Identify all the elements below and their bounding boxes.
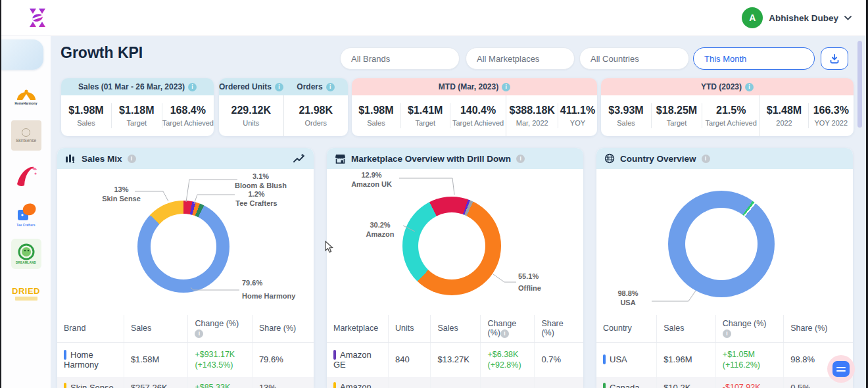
marketplace-card: Marketplace Overview with Drill Down i 1… [327,148,583,388]
download-icon [829,53,840,64]
marketplace-table: Marketplace Units Sales Change (%)i Shar… [327,315,583,388]
sidebar-brand-home-harmony[interactable]: HomeHarmony [9,79,43,113]
kpi-card-mtd: MTD (Mar, 2023) i $1.98MSales $1.41MTarg… [352,78,597,136]
kpi-card-units-orders: Ordered Units i Orders i 229.12KUnits 21… [219,78,348,136]
avatar: A [742,7,763,28]
info-icon[interactable]: i [502,83,510,91]
period-filter[interactable]: This Month [693,47,815,70]
kpi-card-ytd: YTD (2023) i $3.93MSales $18.25MTarget 2… [601,78,854,136]
sales-mix-donut[interactable] [137,201,229,293]
info-icon[interactable]: i [516,155,525,163]
table-row[interactable]: Canada $10.2K -$107.92K 0.5% [596,377,853,388]
sidebar-brand-skin-sense[interactable]: SkinSense [9,118,43,153]
app-logo-icon[interactable] [26,7,49,29]
sidebar-active-item[interactable] [1,39,43,70]
metric-target-achieved: 168.4%Target Achieved [162,105,214,127]
marketplace-title: Marketplace Overview with Drill Down [351,154,511,164]
user-name: Abhishek Dubey [769,13,838,23]
sidebar-brand-bloom-blush[interactable] [9,158,43,192]
info-icon[interactable]: i [275,83,283,91]
table-header-row: Brand Sales Change (%) i Share (%) [57,315,314,342]
sidebar-brand-tee-crafters[interactable]: Tee Crafters [9,197,43,231]
callout-offline: 55.1%Offline [518,272,541,293]
info-icon[interactable]: i [723,329,731,338]
kpi-mtd-title: MTD (Mar, 2023) [439,82,498,91]
info-icon[interactable]: i [702,155,710,163]
chat-icon [832,361,850,377]
callout-amazon-uk: 12.9%Amazon UK [345,170,398,189]
country-table: Country Sales Change (%) i Share (%) USA… [596,315,853,388]
table-row[interactable]: Amazon GE 840 $13.27K +$6.38K(+92.8%) 0.… [327,342,583,377]
brand-sidebar: HomeHarmony SkinSense Tee Crafters [1,36,51,388]
metric-sales: $1.98MSales [61,105,111,127]
country-title: Country Overview [620,154,696,164]
callout-bloom-blush: 3.1%Bloom & Blush [229,172,292,190]
table-row[interactable]: USA $1.96M +$1.05M(+116.2%) 98.8% [596,342,853,377]
info-icon[interactable]: i [188,83,197,91]
globe-icon [604,153,615,164]
sidebar-brand-dried[interactable]: DRIED [9,276,43,310]
info-icon[interactable]: i [128,155,136,163]
marketplace-donut[interactable] [402,197,501,295]
sidebar-brand-dreamland[interactable]: DREAMLAND [9,237,43,271]
callout-tee-crafters: 1.2%Tee Crafters [227,189,286,208]
brand-table: Brand Sales Change (%) i Share (%) Home … [57,315,314,388]
callout-amazon: 30.2%Amazon [360,220,400,239]
info-icon[interactable]: i [326,83,335,91]
metric-target: $1.18MTarget [112,105,162,127]
bloom-blush-logo [13,162,39,188]
countries-filter[interactable]: All Countries [579,47,689,70]
table-row[interactable]: Skin Sense $257.26K +$85.33K 13% [57,377,314,388]
info-icon[interactable]: i [500,329,509,338]
brands-filter[interactable]: All Brands [340,47,460,70]
callout-usa: 98.8%USA [604,289,652,307]
metric-units: 229.12KUnits [219,105,283,127]
line-chart-toggle-icon[interactable] [293,153,306,164]
skin-sense-logo: SkinSense [11,120,41,151]
dried-logo: DRIED [12,286,40,296]
kpi-sales-title: Sales (01 Mar - 26 Mar, 2023) [78,82,185,91]
table-header-row: Marketplace Units Sales Change (%)i Shar… [327,315,583,342]
info-icon[interactable]: i [745,83,754,91]
bar-chart-icon [65,154,76,164]
sales-mix-title: Sales Mix [82,154,122,164]
kpi-units-title: Ordered Units [219,82,272,91]
chevron-down-icon [844,16,852,20]
table-header-row: Country Sales Change (%) i Share (%) [596,315,853,342]
table-row[interactable]: Amazon CA 227 $7.15K +$1.1K 0.4% [327,377,583,388]
metric-orders: 21.98KOrders [284,105,349,127]
chat-widget-button[interactable] [827,355,855,383]
page-title: Growth KPI [60,44,143,62]
kpi-orders-title: Orders [297,82,322,91]
country-card: Country Overview i 98.8%USA Country Sale… [596,148,853,388]
callout-home-harmony: 79.6%Home Harmony [242,278,295,301]
dreamland-logo: DREAMLAND [11,239,41,269]
country-donut[interactable] [668,191,775,297]
sales-mix-card: Sales Mix i 13%Skin Sense 3.1%Bloom [57,148,314,388]
vertical-scrollbar[interactable] [857,41,862,128]
home-harmony-logo [14,87,38,101]
marketplaces-filter[interactable]: All Marketplaces [466,47,575,70]
info-icon[interactable]: i [195,329,203,338]
callout-skin-sense: 13%Skin Sense [97,185,146,203]
storefront-icon [335,154,346,164]
kpi-ytd-title: YTD (2023) [701,82,742,91]
table-row[interactable]: Home Harmony $1.58M +$931.17K(+143.5%) 7… [57,342,314,377]
top-bar: A Abhishek Dubey [1,0,866,36]
kpi-card-sales: Sales (01 Mar - 26 Mar, 2023) i $1.98MSa… [61,78,214,136]
user-menu[interactable]: A Abhishek Dubey [742,7,852,28]
download-button[interactable] [821,47,848,70]
tee-crafters-logo [14,202,39,223]
main-content: Growth KPI All Brands All Marketplaces A… [51,36,868,388]
